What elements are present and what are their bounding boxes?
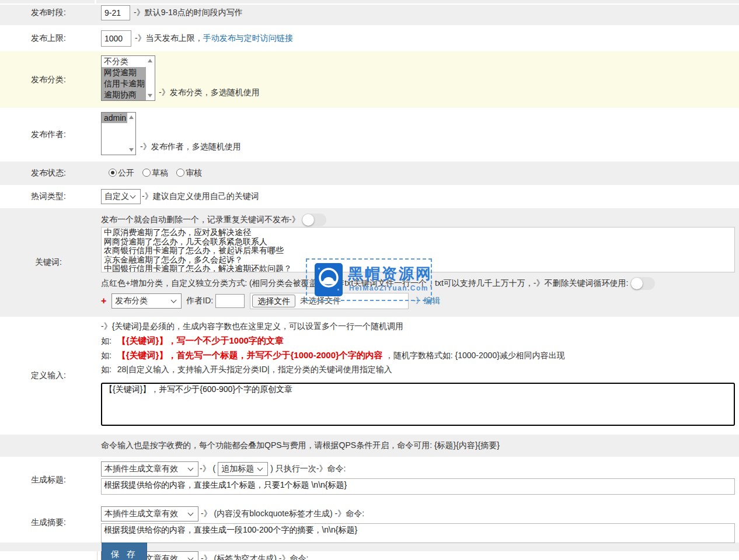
gen-summary-desc: -》 (内容没有blockquote标签才生成) -》命令: bbox=[201, 509, 364, 519]
toggle-knob-icon bbox=[631, 278, 643, 289]
hotword-type-label: 热词类型: bbox=[0, 185, 97, 208]
radio-icon[interactable] bbox=[142, 169, 151, 177]
radio-checked-icon[interactable] bbox=[109, 169, 117, 177]
hotword-type-desc: -》建议自定义使用自己的关键词 bbox=[142, 191, 259, 202]
keyword-loop-toggle[interactable] bbox=[630, 277, 655, 290]
radio-label: 审核 bbox=[186, 168, 202, 177]
author-id-input[interactable] bbox=[215, 294, 245, 308]
empty-label bbox=[0, 551, 97, 560]
publish-category-label: 发布分类: bbox=[0, 51, 97, 108]
scroll-up-icon[interactable] bbox=[148, 59, 152, 62]
row-divider bbox=[0, 4, 739, 5]
example-tail: ，随机字数格式如: {1000-2000}减少相同内容出现 bbox=[385, 351, 565, 360]
row-publish-author: 发布作者: admin -》发布作者，多选随机使用 bbox=[0, 108, 739, 162]
scroll-up-icon[interactable] bbox=[129, 116, 134, 119]
publish-author-desc: -》发布作者，多选随机使用 bbox=[140, 142, 241, 152]
command-note-text: 命令输入也是按字收费的，每个功能都会叠加QPS与费用，请根据QPS条件开启，命令… bbox=[101, 440, 500, 451]
publish-limit-input[interactable] bbox=[101, 30, 131, 47]
scroll-down-icon[interactable] bbox=[129, 148, 134, 152]
keywords-label: 关键词: bbox=[0, 208, 97, 317]
define-example-3: 如: 28|自定义输入，支持输入开头指定分类ID|，指定分类的关键词使用指定输入 bbox=[101, 365, 739, 377]
row-publish-status: 发布状态: 公开 草稿 审核 bbox=[0, 162, 739, 185]
listbox-scrollbar[interactable] bbox=[146, 56, 155, 100]
chevron-down-icon bbox=[188, 465, 194, 471]
chevron-down-icon bbox=[188, 555, 194, 560]
gen-title-command-textarea[interactable]: 根据我提供给你的内容，直接生成1个标题，只要1个标题 \n\n{标题} bbox=[101, 478, 735, 495]
row-define-input: 定义输入: -》{关键词}是必须的，生成内容字数也在这里定义，可以设置多个一行一… bbox=[0, 317, 739, 435]
select-value: 本插件生成文章有效 bbox=[104, 464, 178, 474]
black-hat-logo-icon bbox=[315, 263, 343, 298]
publish-time-desc: -》默认9-18点的时间段内写作 bbox=[134, 8, 243, 18]
radio-label: 草稿 bbox=[152, 168, 168, 177]
gen-title-pre: -》 ( bbox=[200, 464, 215, 474]
choose-file-button[interactable]: 选择文件 bbox=[252, 295, 295, 307]
gen-summary-select[interactable]: 本插件生成文章有效 bbox=[101, 506, 198, 522]
manual-publish-link[interactable]: 手动发布与定时访问链接 bbox=[203, 33, 293, 44]
watermark: 黑帽资源网 HeiMaoZiYuan.Com bbox=[306, 258, 432, 301]
publish-category-listbox[interactable]: 不分类 网贷逾期 信用卡逾期 逾期协商 bbox=[101, 55, 155, 101]
example-red-text: 【{关键词}】，首先写一个标题，并写不少于{1000-2000}个字的内容 bbox=[117, 350, 383, 360]
select-value: 追加标题 bbox=[221, 464, 254, 474]
example-prefix: 如: bbox=[101, 336, 111, 345]
column-divider bbox=[95, 0, 96, 5]
auto-delete-hint: 发布一个就会自动删除一个，记录重复关键词不发布-》 bbox=[101, 215, 300, 225]
radio-public[interactable]: 公开 bbox=[109, 168, 134, 178]
define-example-1: 如: 【{关键词}】，写一个不少于1000字的文章 bbox=[101, 335, 739, 350]
gen-summary-label: 生成摘要: bbox=[0, 503, 97, 542]
define-example-2: 如: 【{关键词}】，首先写一个标题，并写不少于{1000-2000}个字的内容… bbox=[101, 350, 739, 365]
publish-limit-desc: -》当天发布上限， bbox=[135, 33, 203, 44]
select-value: 本插件生成文章有效 bbox=[104, 509, 178, 519]
define-input-label: 定义输入: bbox=[0, 317, 97, 435]
title-mode-select[interactable]: 追加标题 bbox=[218, 462, 268, 476]
radio-label: 公开 bbox=[118, 168, 134, 177]
gen-title-select[interactable]: 本插件生成文章有效 bbox=[101, 461, 198, 477]
publish-author-listbox[interactable]: admin bbox=[101, 112, 136, 155]
publish-category-desc: -》发布分类，多选随机使用 bbox=[159, 88, 260, 98]
define-input-textarea[interactable]: 【{关键词}】，并写不少于{600-900}个字的原创文章 bbox=[101, 383, 735, 426]
gen-title-label: 生成标题: bbox=[0, 457, 97, 503]
row-publish-category: 发布分类: 不分类 网贷逾期 信用卡逾期 逾期协商 -》发布分类，多选随机使用 bbox=[0, 51, 739, 108]
column-divider bbox=[97, 551, 97, 560]
listbox-scrollbar[interactable] bbox=[127, 113, 135, 155]
save-button[interactable]: 保 存 bbox=[102, 542, 147, 560]
chevron-down-icon bbox=[130, 192, 136, 198]
radio-icon[interactable] bbox=[176, 169, 184, 177]
empty-label bbox=[0, 435, 97, 457]
radio-draft[interactable]: 草稿 bbox=[142, 168, 168, 178]
add-category-button[interactable]: + bbox=[101, 296, 106, 306]
row-hotword-type: 热词类型: 自定义 -》建议自定义使用自己的关键词 bbox=[0, 185, 739, 208]
plugin-settings-page: 发布时段: -》默认9-18点的时间段内写作 发布上限: -》当天发布上限， 手… bbox=[0, 0, 739, 560]
define-hint-1: -》{关键词}是必须的，生成内容字数也在这里定义，可以设置多个一行一个随机调用 bbox=[101, 321, 739, 335]
chevron-down-icon bbox=[188, 510, 194, 516]
select-value: 自定义 bbox=[104, 191, 129, 202]
gen-title-post: ) 只执行一次-》命令: bbox=[270, 464, 346, 474]
example-red-text: 【{关键词}】，写一个不少于1000字的文章 bbox=[117, 335, 284, 345]
publish-author-label: 发布作者: bbox=[0, 108, 97, 162]
example-prefix: 如: bbox=[101, 351, 111, 360]
auto-delete-toggle[interactable] bbox=[302, 214, 326, 226]
gen-tag-desc: -》 (标签为空才生成) -》命令: bbox=[201, 554, 308, 560]
radio-review[interactable]: 审核 bbox=[176, 168, 202, 178]
gen-summary-command-textarea[interactable]: 根据我提供给你的内容，直接生成一段100-200个字的摘要，\n\n{标题} bbox=[101, 523, 735, 543]
scroll-down-icon[interactable] bbox=[148, 94, 152, 97]
chevron-down-icon bbox=[257, 465, 263, 471]
toggle-knob-icon bbox=[302, 214, 314, 226]
example-prefix: 如: bbox=[101, 365, 111, 374]
publish-limit-label: 发布上限: bbox=[0, 25, 97, 51]
watermark-title: 黑帽资源网 bbox=[348, 264, 433, 284]
watermark-domain: HeiMaoZiYuan.Com bbox=[349, 284, 428, 292]
example-text: 28|自定义输入，支持输入开头指定分类ID|，指定分类的关键词使用指定输入 bbox=[117, 365, 392, 374]
row-gen-title: 生成标题: 本插件生成文章有效 -》 ( 追加标题 ) 只执行一次-》命令: 根… bbox=[0, 457, 739, 503]
chevron-down-icon bbox=[171, 297, 177, 303]
author-id-label: 作者ID: bbox=[186, 296, 213, 306]
row-gen-summary: 生成摘要: 本插件生成文章有效 -》 (内容没有blockquote标签才生成)… bbox=[0, 503, 739, 542]
row-publish-limit: 发布上限: -》当天发布上限， 手动发布与定时访问链接 bbox=[0, 25, 739, 51]
publish-time-input[interactable] bbox=[101, 5, 130, 20]
keyword-category-select[interactable]: 发布分类 bbox=[111, 293, 182, 309]
publish-status-label: 发布状态: bbox=[0, 162, 97, 185]
select-value: 发布分类 bbox=[115, 296, 148, 306]
row-command-note: 命令输入也是按字收费的，每个功能都会叠加QPS与费用，请根据QPS条件开启，命令… bbox=[0, 435, 739, 457]
hotword-type-select[interactable]: 自定义 bbox=[101, 189, 141, 204]
